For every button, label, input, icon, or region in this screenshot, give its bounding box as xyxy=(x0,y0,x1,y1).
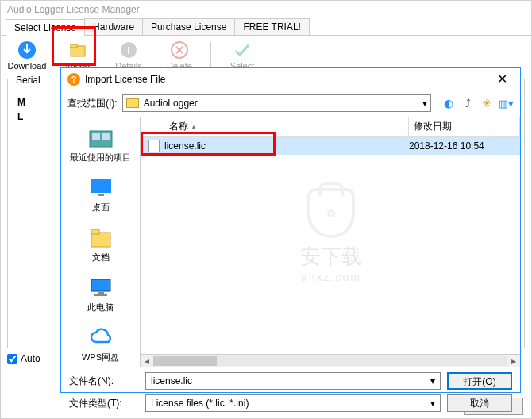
tab-free-trial[interactable]: FREE TRIAL! xyxy=(234,18,309,35)
places-bar: 最近使用的项目 桌面 文档 此电脑 WPS网盘 xyxy=(61,117,141,367)
filetype-combo[interactable]: License files (*.lic, *.ini) ▾ xyxy=(145,394,441,412)
col-name[interactable]: 名称 xyxy=(164,117,409,136)
window-title: Audio Logger License Manager xyxy=(1,1,531,18)
filetype-label: 文件类型(T): xyxy=(69,397,139,410)
check-icon xyxy=(233,40,252,60)
file-row[interactable]: license.lic 2018-12-16 10:54 xyxy=(141,137,520,155)
svg-rect-14 xyxy=(98,292,104,294)
view-menu-icon[interactable]: ▥▾ xyxy=(498,95,514,111)
download-button[interactable]: Download xyxy=(7,40,47,71)
import-button[interactable]: Import xyxy=(58,40,98,71)
dialog-titlebar: Import License File ✕ xyxy=(61,68,520,90)
new-folder-icon[interactable]: ✳ xyxy=(479,95,495,111)
cloud-icon xyxy=(88,325,114,350)
filename-label: 文件名(N): xyxy=(69,375,139,388)
nav-icons: ◐ ⤴ ✳ ▥▾ xyxy=(436,95,514,111)
desktop-icon xyxy=(88,175,114,200)
chevron-down-icon[interactable]: ▾ xyxy=(430,375,435,386)
scroll-track[interactable] xyxy=(153,356,507,366)
folder-icon xyxy=(126,98,139,108)
close-button[interactable]: ✕ xyxy=(490,71,514,86)
svg-rect-11 xyxy=(91,233,110,247)
dialog-cancel-button[interactable]: 取消 xyxy=(447,394,512,412)
files-header: 名称 修改日期 xyxy=(141,117,520,137)
import-license-dialog: Import License File ✕ 查找范围(I): AudioLogg… xyxy=(60,67,521,393)
filename-input[interactable]: license.lic ▾ xyxy=(145,372,441,390)
place-desktop[interactable]: 桌面 xyxy=(61,171,140,217)
lookin-label: 查找范围(I): xyxy=(67,97,118,110)
dialog-body: 最近使用的项目 桌面 文档 此电脑 WPS网盘 名称 xyxy=(61,117,520,367)
chevron-down-icon: ▾ xyxy=(422,98,427,109)
lookin-row: 查找范围(I): AudioLogger ▾ ◐ ⤴ ✳ ▥▾ xyxy=(61,90,520,117)
open-button[interactable]: 打开(O) xyxy=(447,372,512,390)
col-spacer[interactable] xyxy=(141,117,164,136)
svg-rect-2 xyxy=(71,44,77,48)
main-tabs: Select License Hardware Purchase License… xyxy=(1,18,531,36)
svg-rect-15 xyxy=(94,294,107,296)
scroll-thumb[interactable] xyxy=(153,356,217,366)
file-date: 2018-12-16 10:54 xyxy=(409,140,520,152)
svg-text:i: i xyxy=(127,45,129,56)
svg-rect-9 xyxy=(91,179,111,193)
scroll-left-icon[interactable]: ◂ xyxy=(141,356,153,367)
svg-rect-13 xyxy=(91,279,110,291)
toolbar-separator xyxy=(210,42,211,69)
back-icon[interactable]: ◐ xyxy=(441,95,457,111)
svg-rect-7 xyxy=(92,133,100,140)
recent-icon xyxy=(88,125,114,150)
place-computer[interactable]: 此电脑 xyxy=(61,271,140,317)
auto-label: Auto xyxy=(21,353,40,364)
horizontal-scrollbar[interactable]: ◂ ▸ xyxy=(141,354,520,367)
dialog-title: Import License File xyxy=(85,74,165,85)
documents-icon xyxy=(88,225,114,250)
files-area: 名称 修改日期 license.lic 2018-12-16 10:54 安下载… xyxy=(141,117,520,367)
tab-select-license[interactable]: Select License xyxy=(6,19,85,36)
chevron-down-icon[interactable]: ▾ xyxy=(430,398,435,409)
delete-button[interactable]: Delete xyxy=(160,40,199,71)
place-wps[interactable]: WPS网盘 xyxy=(61,321,140,367)
files-empty-space[interactable] xyxy=(141,155,520,354)
lookin-combo[interactable]: AudioLogger ▾ xyxy=(122,94,431,112)
place-documents[interactable]: 文档 xyxy=(61,221,140,267)
download-icon xyxy=(17,40,37,60)
scroll-right-icon[interactable]: ▸ xyxy=(507,356,520,367)
dialog-icon xyxy=(67,73,80,86)
import-icon xyxy=(68,40,87,60)
details-button[interactable]: i Details xyxy=(109,40,148,71)
serial-legend: Serial xyxy=(13,75,44,86)
info-icon: i xyxy=(119,40,138,60)
delete-icon xyxy=(170,40,189,60)
col-date[interactable]: 修改日期 xyxy=(409,117,520,136)
tab-hardware[interactable]: Hardware xyxy=(84,18,143,35)
auto-checkbox[interactable] xyxy=(7,354,17,364)
svg-rect-10 xyxy=(98,194,104,196)
place-recent[interactable]: 最近使用的项目 xyxy=(61,121,140,167)
computer-icon xyxy=(88,275,114,300)
file-icon xyxy=(148,140,160,152)
lookin-folder: AudioLogger xyxy=(144,98,198,109)
svg-rect-12 xyxy=(91,229,99,234)
dialog-bottom: 文件名(N): license.lic ▾ 打开(O) 文件类型(T): Lic… xyxy=(61,367,520,419)
up-icon[interactable]: ⤴ xyxy=(460,95,476,111)
tab-purchase[interactable]: Purchase License xyxy=(142,18,235,35)
file-name: license.lic xyxy=(164,140,409,152)
svg-rect-8 xyxy=(102,133,110,140)
select-button[interactable]: Select xyxy=(222,40,262,71)
